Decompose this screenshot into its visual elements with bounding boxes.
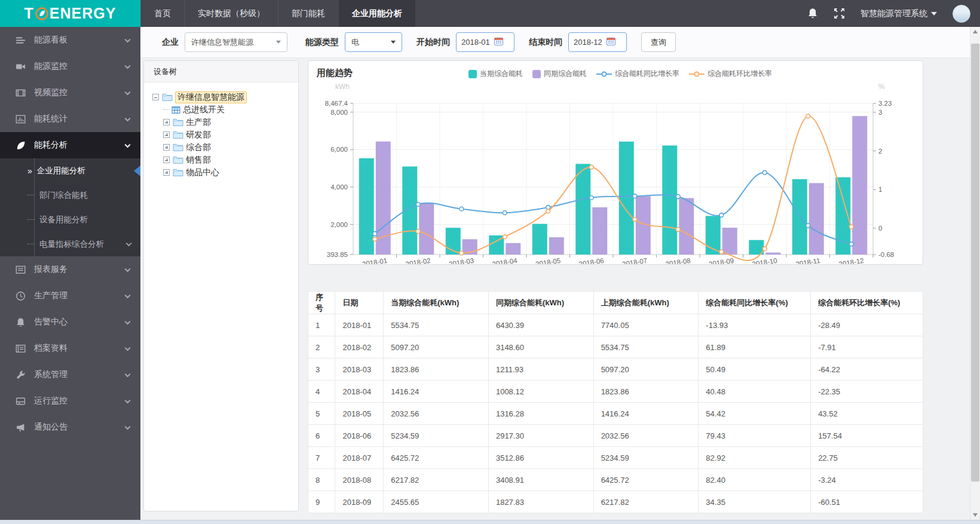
sidebar-item[interactable]: 视频监控 — [0, 79, 140, 106]
tree-node-label[interactable]: 综合部 — [186, 142, 211, 153]
legend-item[interactable]: 同期综合能耗 — [532, 69, 587, 79]
sidebar-item[interactable]: 告警中心 — [0, 309, 140, 335]
scrollbar-thumb[interactable] — [971, 44, 979, 482]
table-cell: 2018-07 — [335, 447, 384, 469]
sidebar-item[interactable]: 报表服务 — [0, 256, 140, 283]
expand-toggle-icon[interactable] — [163, 157, 170, 163]
active-item-marker-icon — [134, 166, 140, 176]
tree-node-folder[interactable]: 物品中心 — [152, 166, 293, 179]
tree-guide — [163, 109, 169, 110]
table-cell: 3408.91 — [488, 469, 593, 491]
tree-guide — [27, 166, 32, 176]
calendar-icon[interactable] — [607, 37, 615, 47]
sidebar-item[interactable]: 生产管理 — [0, 283, 140, 309]
device-tree: 许继信息智慧能源总进线开关生产部研发部综合部销售部物品中心 — [144, 82, 298, 183]
table-cell: 1823.86 — [384, 358, 489, 381]
tree-node-label[interactable]: 研发部 — [186, 130, 211, 140]
sidebar-item[interactable]: 通知公告 — [0, 414, 140, 440]
notification-bell-icon[interactable] — [807, 8, 818, 19]
top-tab[interactable]: 实时数据（秒级） — [184, 0, 278, 27]
table-row: 12018-015534.756430.397740.05-13.93-28.4… — [308, 314, 923, 336]
system-name-dropdown[interactable]: 智慧能源管理系统 — [860, 8, 937, 19]
tree-node-folder[interactable]: 销售部 — [152, 154, 293, 166]
horizontal-scrollbar-track[interactable] — [0, 520, 980, 524]
scroll-up-arrow[interactable] — [970, 27, 980, 36]
expand-toggle-icon[interactable] — [163, 131, 170, 138]
sidebar-item-label: 通知公告 — [34, 422, 68, 433]
table-icon — [172, 106, 180, 114]
scroll-down-arrow[interactable] — [970, 510, 980, 520]
chevron-down-icon — [124, 422, 131, 432]
legend-swatch-icon — [468, 70, 477, 78]
sidebar-item[interactable]: 运行监控 — [0, 388, 140, 414]
table-cell: 1827.83 — [488, 491, 593, 513]
legend-line-icon — [689, 70, 705, 78]
camera-icon — [16, 62, 26, 72]
chart-legend: 当期综合能耗同期综合能耗综合能耗同比增长率综合能耗环比增长率 — [468, 69, 772, 79]
table-column-header: 序号 — [308, 292, 335, 314]
table-cell: 1416.24 — [593, 403, 699, 425]
table-cell: 1316.28 — [488, 403, 593, 425]
report-icon — [16, 265, 26, 275]
sidebar-subitem[interactable]: 电量指标综合分析 — [0, 232, 140, 256]
tree-node-label[interactable]: 生产部 — [186, 117, 211, 128]
query-button[interactable]: 查询 — [641, 32, 676, 52]
top-tab[interactable]: 部门能耗 — [278, 0, 338, 27]
vertical-scrollbar[interactable] — [970, 27, 980, 520]
sidebar-item[interactable]: 能耗统计 — [0, 106, 140, 132]
expand-toggle-icon[interactable] — [163, 169, 170, 176]
sidebar-subitem[interactable]: 设备用能分析 — [0, 207, 140, 232]
tree-node-label-selected[interactable]: 许继信息智慧能源 — [175, 91, 247, 103]
collapse-toggle-icon[interactable] — [152, 94, 159, 100]
sidebar-item-label: 生产管理 — [34, 290, 68, 301]
megaphone-icon — [16, 422, 26, 433]
sidebar-item[interactable]: 系统管理 — [0, 361, 140, 388]
legend-swatch-icon — [532, 70, 541, 78]
svg-text:%: % — [878, 82, 885, 91]
table-cell: 6425.72 — [593, 469, 699, 491]
calendar-icon[interactable] — [494, 37, 503, 47]
chevron-down-icon — [391, 41, 396, 44]
sidebar-item[interactable]: 能耗分析 — [0, 132, 140, 158]
tree-node-root[interactable]: 许继信息智慧能源 — [152, 91, 293, 103]
expand-toggle-icon[interactable] — [163, 119, 170, 125]
energy-type-label: 能源类型 — [305, 37, 339, 48]
start-time-input[interactable]: 2018-01 — [456, 32, 514, 52]
sidebar-subitem[interactable]: 企业用能分析 — [0, 158, 140, 183]
company-select[interactable]: 许继信息智慧能源 — [185, 32, 287, 52]
table-cell: 2018-08 — [335, 469, 384, 491]
tree-node-folder[interactable]: 研发部 — [152, 128, 293, 141]
sidebar-item-label: 能源看板 — [34, 35, 68, 45]
folder-icon — [173, 143, 183, 152]
tree-node-folder[interactable]: 综合部 — [152, 141, 293, 154]
tree-node-folder[interactable]: 生产部 — [152, 116, 293, 128]
table-cell: 43.52 — [811, 403, 923, 425]
top-tab[interactable]: 企业用能分析 — [338, 0, 416, 27]
table-row: 32018-031823.861211.935097.2050.49-64.22 — [308, 358, 923, 381]
tree-node-leaf[interactable]: 总进线开关 — [152, 103, 293, 116]
sidebar-item[interactable]: 能源看板 — [0, 27, 140, 53]
expand-toggle-icon[interactable] — [163, 144, 170, 151]
legend-label: 同期综合能耗 — [544, 69, 587, 79]
table-column-header: 当期综合能耗(kWh) — [384, 292, 489, 314]
table-cell: 1823.86 — [593, 381, 699, 403]
sidebar-item[interactable]: 档案资料 — [0, 335, 140, 361]
tree-node-label[interactable]: 销售部 — [186, 155, 211, 166]
legend-item[interactable]: 综合能耗同比增长率 — [596, 69, 679, 79]
end-time-input[interactable]: 2018-12 — [568, 32, 627, 52]
table-cell: 22.75 — [811, 447, 923, 469]
sidebar-item[interactable]: 能源监控 — [0, 53, 140, 79]
legend-item[interactable]: 当期综合能耗 — [468, 69, 523, 79]
svg-text:-0.68: -0.68 — [878, 251, 894, 258]
energy-type-select[interactable]: 电 — [345, 32, 402, 52]
fullscreen-icon[interactable] — [834, 8, 845, 19]
tree-node-label[interactable]: 物品中心 — [186, 167, 219, 178]
legend-item[interactable]: 综合能耗环比增长率 — [689, 69, 772, 79]
table-cell: 9 — [308, 491, 335, 513]
sidebar-subitem[interactable]: 部门综合能耗 — [0, 183, 140, 207]
tree-node-label[interactable]: 总进线开关 — [183, 105, 225, 115]
end-time-value: 2018-12 — [574, 38, 602, 47]
tree-guide — [27, 244, 35, 244]
top-tab[interactable]: 首页 — [140, 0, 184, 27]
user-avatar[interactable] — [953, 5, 970, 23]
